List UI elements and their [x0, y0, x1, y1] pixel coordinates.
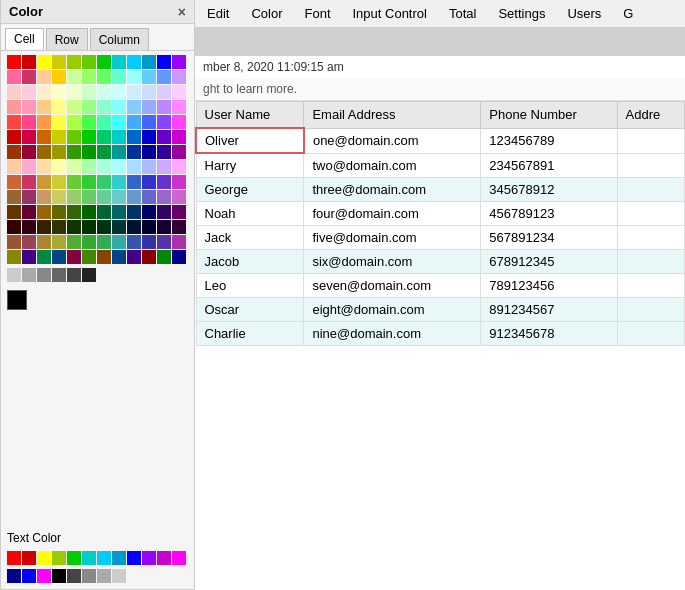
- color-swatch[interactable]: [142, 205, 156, 219]
- text-color-swatch[interactable]: [22, 569, 36, 583]
- close-button[interactable]: ×: [178, 5, 186, 19]
- color-swatch[interactable]: [22, 220, 36, 234]
- table-container[interactable]: User Name Email Address Phone Number Add…: [195, 101, 685, 590]
- table-row[interactable]: Jacobsix@domain.com678912345: [196, 250, 685, 274]
- color-swatch[interactable]: [157, 205, 171, 219]
- text-color-swatch[interactable]: [37, 569, 51, 583]
- color-swatch[interactable]: [52, 250, 66, 264]
- black-swatch[interactable]: [7, 290, 27, 310]
- color-swatch[interactable]: [172, 175, 186, 189]
- color-swatch[interactable]: [37, 130, 51, 144]
- color-swatch[interactable]: [172, 235, 186, 249]
- table-row[interactable]: Harrytwo@domain.com234567891: [196, 153, 685, 178]
- color-swatch[interactable]: [7, 175, 21, 189]
- color-swatch[interactable]: [37, 220, 51, 234]
- text-color-swatch[interactable]: [112, 551, 126, 565]
- color-swatch[interactable]: [67, 130, 81, 144]
- color-swatch[interactable]: [172, 250, 186, 264]
- color-swatch[interactable]: [22, 85, 36, 99]
- color-swatch[interactable]: [7, 190, 21, 204]
- color-swatch[interactable]: [157, 220, 171, 234]
- color-swatch[interactable]: [97, 160, 111, 174]
- color-swatch[interactable]: [22, 70, 36, 84]
- color-swatch[interactable]: [52, 70, 66, 84]
- color-swatch[interactable]: [97, 115, 111, 129]
- color-swatch[interactable]: [82, 235, 96, 249]
- color-swatch[interactable]: [127, 160, 141, 174]
- text-color-swatch[interactable]: [112, 569, 126, 583]
- color-swatch[interactable]: [22, 100, 36, 114]
- table-row[interactable]: Oliverone@domain.com123456789: [196, 128, 685, 153]
- color-swatch[interactable]: [127, 175, 141, 189]
- color-swatch[interactable]: [22, 250, 36, 264]
- color-swatch[interactable]: [52, 205, 66, 219]
- color-swatch[interactable]: [22, 160, 36, 174]
- color-swatch[interactable]: [37, 250, 51, 264]
- color-swatch[interactable]: [112, 100, 126, 114]
- color-swatch[interactable]: [97, 190, 111, 204]
- color-swatch[interactable]: [142, 220, 156, 234]
- color-swatch[interactable]: [157, 160, 171, 174]
- color-swatch[interactable]: [172, 145, 186, 159]
- color-swatch[interactable]: [52, 85, 66, 99]
- color-swatch[interactable]: [142, 85, 156, 99]
- color-swatch[interactable]: [7, 115, 21, 129]
- menu-font[interactable]: Font: [300, 4, 334, 23]
- color-swatch[interactable]: [82, 190, 96, 204]
- color-swatch[interactable]: [22, 205, 36, 219]
- color-swatch[interactable]: [67, 250, 81, 264]
- color-swatch[interactable]: [157, 190, 171, 204]
- color-swatch[interactable]: [52, 190, 66, 204]
- text-color-swatch[interactable]: [67, 569, 81, 583]
- color-swatch[interactable]: [127, 250, 141, 264]
- color-swatch[interactable]: [172, 205, 186, 219]
- color-swatch[interactable]: [37, 175, 51, 189]
- color-swatch[interactable]: [7, 160, 21, 174]
- color-swatch[interactable]: [82, 55, 96, 69]
- menu-input-control[interactable]: Input Control: [349, 4, 431, 23]
- color-swatch[interactable]: [157, 55, 171, 69]
- color-swatch[interactable]: [37, 85, 51, 99]
- text-color-swatch[interactable]: [82, 569, 96, 583]
- color-swatch[interactable]: [112, 130, 126, 144]
- table-row[interactable]: Georgethree@domain.com345678912: [196, 178, 685, 202]
- color-swatch[interactable]: [142, 70, 156, 84]
- gray-swatch[interactable]: [82, 268, 96, 282]
- color-swatch[interactable]: [52, 175, 66, 189]
- color-swatch[interactable]: [142, 160, 156, 174]
- color-swatch[interactable]: [142, 130, 156, 144]
- color-swatch[interactable]: [7, 145, 21, 159]
- color-swatch[interactable]: [112, 205, 126, 219]
- color-swatch[interactable]: [112, 160, 126, 174]
- gray-swatch[interactable]: [52, 268, 66, 282]
- color-swatch[interactable]: [142, 175, 156, 189]
- color-swatch[interactable]: [37, 115, 51, 129]
- color-swatch[interactable]: [22, 115, 36, 129]
- color-swatch[interactable]: [67, 175, 81, 189]
- text-color-swatch[interactable]: [7, 551, 21, 565]
- color-swatch[interactable]: [67, 190, 81, 204]
- color-swatch[interactable]: [67, 145, 81, 159]
- color-swatch[interactable]: [172, 115, 186, 129]
- color-swatch[interactable]: [157, 250, 171, 264]
- gray-swatch[interactable]: [7, 268, 21, 282]
- color-swatch[interactable]: [37, 160, 51, 174]
- table-row[interactable]: Charlienine@domain.com912345678: [196, 322, 685, 346]
- color-swatch[interactable]: [112, 175, 126, 189]
- color-swatch[interactable]: [157, 130, 171, 144]
- color-swatch[interactable]: [22, 190, 36, 204]
- color-swatch[interactable]: [157, 235, 171, 249]
- color-swatch[interactable]: [127, 85, 141, 99]
- color-swatch[interactable]: [142, 55, 156, 69]
- color-swatch[interactable]: [22, 235, 36, 249]
- color-swatch[interactable]: [67, 70, 81, 84]
- color-swatch[interactable]: [97, 70, 111, 84]
- color-swatch[interactable]: [37, 235, 51, 249]
- color-swatch[interactable]: [7, 55, 21, 69]
- gray-swatch[interactable]: [37, 268, 51, 282]
- color-swatch[interactable]: [172, 130, 186, 144]
- color-swatch[interactable]: [67, 100, 81, 114]
- color-swatch[interactable]: [82, 100, 96, 114]
- text-color-swatch[interactable]: [52, 569, 66, 583]
- color-swatch[interactable]: [82, 205, 96, 219]
